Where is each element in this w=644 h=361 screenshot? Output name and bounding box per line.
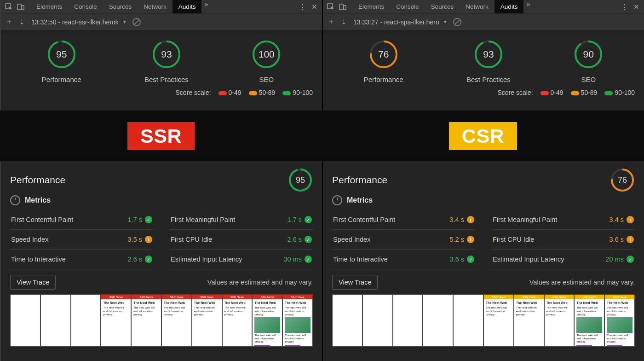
- filmstrip-frame[interactable]: CSR News The Next Web The next web will …: [574, 294, 604, 347]
- more-tabs-icon[interactable]: »: [526, 0, 530, 13]
- chevron-down-icon[interactable]: ▼: [122, 19, 127, 24]
- more-tabs-icon[interactable]: »: [204, 0, 208, 13]
- close-icon[interactable]: ✕: [631, 3, 641, 11]
- tab-sources[interactable]: Sources: [425, 0, 460, 13]
- filmstrip-frame[interactable]: SSR News The Next Web The next web will …: [131, 294, 161, 347]
- metric-name: First Meaningful Paint: [171, 216, 235, 223]
- tab-audits[interactable]: Audits: [172, 0, 202, 13]
- device-icon[interactable]: [338, 2, 348, 12]
- score-label: SEO: [259, 76, 274, 83]
- filmstrip-frame[interactable]: CSR News The Next Web The next web will …: [604, 294, 635, 347]
- csr-badge-row: CSR: [322, 111, 644, 161]
- filmstrip-frame[interactable]: CSR News The Next Web The next web will …: [544, 294, 575, 347]
- audit-bar: ＋ ⭳ 13:32:50 - react-ssr-ilker.herok ▼: [1, 14, 322, 30]
- filmstrip-frame[interactable]: CSR News The Next Web The next web will …: [514, 294, 544, 347]
- filmstrip-frame[interactable]: CSR News The Next Web The next web will …: [483, 294, 514, 347]
- filmstrip-frame[interactable]: SSR News The Next Web The next web will …: [161, 294, 192, 347]
- filmstrip-frame[interactable]: [393, 294, 423, 347]
- view-trace-button[interactable]: View Trace: [10, 275, 56, 290]
- info-icon: i: [145, 236, 152, 243]
- filmstrip-frame[interactable]: [453, 294, 483, 347]
- metric-row[interactable]: Estimated Input Latency 20 ms ✓: [492, 250, 635, 269]
- score-performance[interactable]: 76 Performance: [364, 40, 403, 83]
- filmstrip-frame[interactable]: SSR News The Next Web The next web will …: [282, 294, 313, 347]
- score-best practices[interactable]: 93 Best Practices: [144, 40, 189, 83]
- device-icon[interactable]: [16, 2, 26, 12]
- score-best practices[interactable]: 93 Best Practices: [466, 40, 511, 83]
- score-scale: Score scale: 0-49 50-89 90-100: [1, 86, 322, 96]
- metric-value: 3.5 s i: [128, 236, 152, 243]
- score-seo[interactable]: 100 SEO: [252, 40, 281, 83]
- filmstrip-frame[interactable]: [332, 294, 362, 347]
- check-icon: ✓: [145, 256, 152, 263]
- metric-row[interactable]: Speed Index 5.2 s i: [332, 230, 475, 250]
- metric-row[interactable]: First Meaningful Paint 3.4 s i: [492, 210, 635, 230]
- filmstrip-frame[interactable]: [40, 294, 71, 347]
- metrics-title: Metrics: [347, 196, 373, 204]
- tab-console[interactable]: Console: [68, 0, 103, 13]
- filmstrip-frame[interactable]: SSR News The Next Web The next web will …: [101, 294, 131, 347]
- metric-row[interactable]: Time to Interactive 2.6 s ✓: [10, 250, 153, 269]
- metric-row[interactable]: First Meaningful Paint 1.7 s ✓: [170, 210, 313, 230]
- metric-row[interactable]: First CPU Idle 3.6 s i: [492, 230, 635, 250]
- filmstrip-frame[interactable]: SSR News The Next Web The next web will …: [252, 294, 282, 347]
- tab-elements[interactable]: Elements: [352, 0, 390, 13]
- close-icon[interactable]: ✕: [309, 3, 319, 11]
- tab-console[interactable]: Console: [390, 0, 425, 13]
- score-performance[interactable]: 95 Performance: [42, 40, 81, 83]
- svg-rect-2: [22, 6, 24, 10]
- score-seo[interactable]: 90 SEO: [574, 40, 603, 83]
- metrics-heading[interactable]: Metrics: [332, 195, 635, 205]
- score-row: 76 Performance 93 Best Practices 90 SEO: [323, 30, 644, 86]
- metrics-heading[interactable]: Metrics: [10, 195, 313, 205]
- audit-title[interactable]: 13:33:27 - react-spa-ilker.hero: [353, 18, 439, 26]
- metric-name: First CPU Idle: [171, 236, 212, 243]
- metrics-title: Metrics: [25, 196, 51, 204]
- inspect-icon[interactable]: [4, 2, 14, 12]
- metric-row[interactable]: Estimated Input Latency 30 ms ✓: [170, 250, 313, 269]
- download-icon[interactable]: ⭳: [18, 18, 26, 26]
- devtools-tabs: ElementsConsoleSourcesNetworkAudits »: [30, 0, 208, 13]
- metric-row[interactable]: First CPU Idle 2.6 s ✓: [170, 230, 313, 250]
- clear-icon[interactable]: [132, 18, 141, 26]
- metric-row[interactable]: First Contentful Paint 3.4 s i: [332, 210, 475, 230]
- ssr-badge-row: SSR: [0, 111, 322, 161]
- check-icon: ✓: [305, 216, 312, 223]
- new-audit-icon[interactable]: ＋: [328, 17, 335, 27]
- score-scale-avg: 50-89: [249, 89, 276, 96]
- performance-mini-gauge: 76: [610, 168, 635, 192]
- kebab-menu-icon[interactable]: ⋮: [297, 3, 307, 11]
- metric-value: 3.6 s ✓: [450, 256, 474, 263]
- filmstrip-frame[interactable]: [362, 294, 393, 347]
- metric-row[interactable]: Time to Interactive 3.6 s ✓: [332, 250, 475, 269]
- chevron-down-icon[interactable]: ▼: [443, 19, 448, 24]
- metric-name: Estimated Input Latency: [493, 256, 564, 263]
- check-icon: ✓: [305, 256, 312, 263]
- filmstrip-frame[interactable]: [423, 294, 453, 347]
- tab-network[interactable]: Network: [138, 0, 172, 13]
- metrics-disclaimer: Values are estimated and may vary.: [529, 279, 635, 286]
- metric-row[interactable]: Speed Index 3.5 s i: [10, 230, 153, 250]
- metric-value: 30 ms ✓: [284, 256, 312, 263]
- filmstrip-frame[interactable]: SSR News The Next Web The next web will …: [222, 294, 253, 347]
- filmstrip: SSR News The Next Web The next web will …: [10, 294, 313, 347]
- score-scale: Score scale: 0-49 50-89 90-100: [323, 86, 644, 96]
- metric-value: 1.7 s ✓: [288, 216, 312, 223]
- view-trace-button[interactable]: View Trace: [332, 275, 378, 290]
- inspect-icon[interactable]: [326, 2, 336, 12]
- metric-value: 5.2 s i: [450, 236, 474, 243]
- kebab-menu-icon[interactable]: ⋮: [619, 3, 629, 11]
- tab-audits[interactable]: Audits: [494, 0, 524, 13]
- metric-row[interactable]: First Contentful Paint 1.7 s ✓: [10, 210, 153, 230]
- new-audit-icon[interactable]: ＋: [6, 17, 13, 27]
- tab-sources[interactable]: Sources: [103, 0, 138, 13]
- filmstrip-frame[interactable]: SSR News The Next Web The next web will …: [192, 294, 222, 347]
- filmstrip-frame[interactable]: [10, 294, 40, 347]
- metric-value: 1.7 s ✓: [128, 216, 152, 223]
- audit-title[interactable]: 13:32:50 - react-ssr-ilker.herok: [31, 18, 119, 26]
- tab-elements[interactable]: Elements: [30, 0, 68, 13]
- download-icon[interactable]: ⭳: [340, 18, 348, 26]
- filmstrip-frame[interactable]: [71, 294, 101, 347]
- clear-icon[interactable]: [453, 18, 461, 26]
- tab-network[interactable]: Network: [460, 0, 494, 13]
